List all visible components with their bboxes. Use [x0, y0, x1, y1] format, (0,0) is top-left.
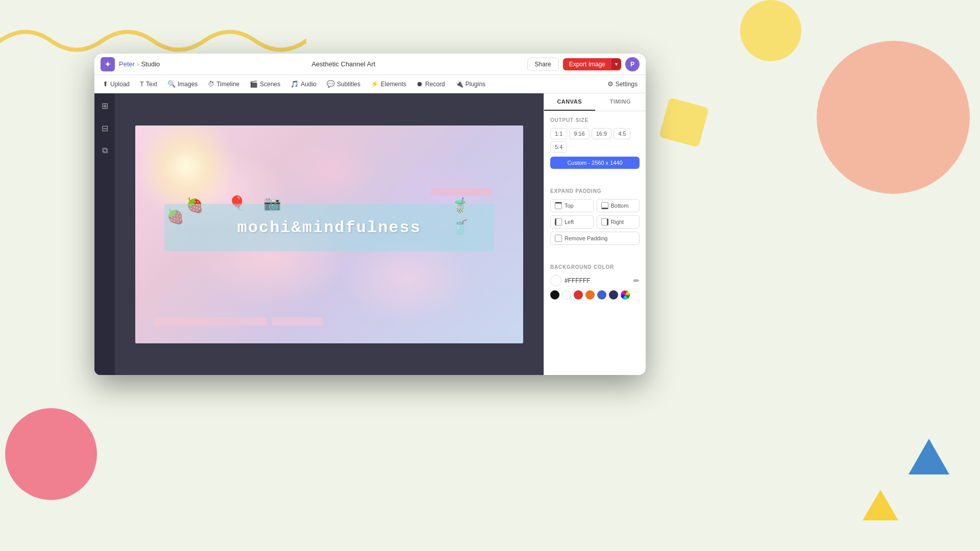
padding-bottom-icon — [601, 202, 608, 209]
remove-padding-button[interactable]: Remove Padding — [550, 232, 640, 245]
color-preset-white[interactable] — [562, 290, 571, 299]
content-area: ⊞ ⊟ ⧉ 🍓 🍓 🎈 📷 🧋 🥤 mochi&mindfulness — [94, 93, 646, 375]
breadcrumb-separator: › — [137, 60, 139, 68]
plugins-icon: 🔌 — [455, 80, 463, 88]
toolbar-subtitles-label: Subtitles — [337, 81, 360, 88]
toolbar-scenes[interactable]: 🎬 Scenes — [246, 78, 284, 90]
upload-icon: ⬆ — [103, 80, 108, 88]
export-image-button[interactable]: Export Image — [563, 58, 611, 70]
toolbar-audio[interactable]: 🎵 Audio — [286, 78, 321, 90]
toolbar-upload-label: Upload — [110, 81, 130, 88]
size-btn-5-4[interactable]: 5:4 — [550, 141, 567, 153]
canvas-bottom-bars — [155, 317, 323, 325]
canvas-bar-1 — [155, 317, 267, 325]
toolbar-upload[interactable]: ⬆ Upload — [99, 78, 134, 90]
size-btn-9-16[interactable]: 9:16 — [569, 128, 589, 139]
app-logo: ✦ — [101, 57, 115, 71]
color-swatch[interactable] — [550, 275, 561, 286]
toolbar-images[interactable]: 🔍 Images — [163, 78, 202, 90]
toolbar: ⬆ Upload T Text 🔍 Images ⏱ Timeline 🎬 Sc… — [94, 75, 646, 93]
canvas-area[interactable]: 🍓 🍓 🎈 📷 🧋 🥤 mochi&mindfulness — [115, 93, 544, 375]
color-presets — [550, 290, 640, 299]
padding-left-button[interactable]: Left — [550, 215, 594, 229]
canvas-title-text: mochi&mindfulness — [237, 218, 421, 237]
triangle-blue-decoration — [909, 439, 949, 474]
toolbar-record[interactable]: ⏺ Record — [412, 78, 449, 90]
circle-peach-decoration — [817, 41, 970, 194]
toolbar-subtitles[interactable]: 💬 Subtitles — [323, 78, 364, 90]
custom-size-button[interactable]: Custom - 2560 x 1440 — [550, 157, 640, 169]
timeline-icon: ⏱ — [208, 80, 214, 88]
padding-top-label: Top — [565, 203, 574, 209]
share-button[interactable]: Share — [527, 58, 559, 71]
toolbar-record-label: Record — [425, 81, 445, 88]
breadcrumb-location: Studio — [141, 60, 160, 68]
eyedropper-icon[interactable]: ✏ — [633, 277, 640, 285]
remove-padding-icon — [555, 235, 562, 242]
record-icon: ⏺ — [416, 80, 423, 88]
padding-top-icon — [555, 202, 562, 209]
toolbar-timeline[interactable]: ⏱ Timeline — [204, 78, 243, 90]
color-preset-black[interactable] — [550, 290, 559, 299]
expand-padding-title: EXPAND PADDING — [550, 188, 640, 194]
panel-background-color-section: BACKGROUND COLOR #FFFFFF ✏ — [544, 258, 646, 306]
padding-bottom-button[interactable]: Bottom — [597, 199, 640, 212]
toolbar-audio-label: Audio — [301, 81, 316, 88]
panel-output-size-section: OUTPUT SIZE 1:1 9:16 16:9 4:5 5:4 Custom… — [544, 111, 646, 182]
toolbar-elements[interactable]: ⚡ Elements — [366, 78, 410, 90]
tab-timing[interactable]: TIMING — [595, 93, 646, 111]
panel-tabs: CANVAS TIMING — [544, 93, 646, 111]
size-btn-16-9[interactable]: 16:9 — [592, 128, 611, 139]
background-color-title: BACKGROUND COLOR — [550, 264, 640, 270]
avatar[interactable]: P — [625, 57, 640, 71]
toolbar-settings[interactable]: ⚙ Settings — [603, 78, 642, 90]
breadcrumb-user[interactable]: Peter — [119, 60, 135, 68]
toolbar-text[interactable]: T Text — [136, 78, 161, 90]
toolbar-scenes-label: Scenes — [260, 81, 280, 88]
color-hex-value: #FFFFFF — [565, 277, 630, 284]
size-buttons-group: 1:1 9:16 16:9 4:5 5:4 — [550, 128, 640, 153]
settings-icon: ⚙ — [607, 80, 614, 88]
padding-right-button[interactable]: Right — [597, 215, 640, 229]
elements-icon: ⚡ — [371, 80, 379, 88]
color-preset-red[interactable] — [574, 290, 583, 299]
document-title: Aesthetic Channel Art — [160, 60, 527, 68]
color-preset-rainbow[interactable] — [621, 290, 630, 299]
toolbar-plugins[interactable]: 🔌 Plugins — [451, 78, 489, 90]
sidebar-layers-icon[interactable]: ⊞ — [97, 98, 112, 113]
scenes-icon: 🎬 — [250, 80, 258, 88]
app-window: ✦ Peter › Studio Aesthetic Channel Art S… — [94, 54, 646, 375]
size-btn-1-1[interactable]: 1:1 — [550, 128, 567, 139]
padding-left-icon — [555, 218, 562, 226]
sidebar-stack-icon[interactable]: ⊟ — [97, 121, 112, 135]
toolbar-timeline-label: Timeline — [216, 81, 239, 88]
sidebar-copy-icon[interactable]: ⧉ — [97, 143, 112, 158]
toolbar-settings-label: Settings — [616, 81, 638, 88]
canvas-bar-2 — [272, 317, 323, 325]
canvas-banner: mochi&mindfulness — [164, 204, 494, 252]
color-preset-orange[interactable] — [585, 290, 595, 299]
canvas-pink-bar — [431, 188, 492, 195]
canvas-preview: 🍓 🍓 🎈 📷 🧋 🥤 mochi&mindfulness — [135, 126, 523, 343]
subtitles-icon: 💬 — [327, 80, 335, 88]
padding-top-button[interactable]: Top — [550, 199, 594, 212]
color-preset-dark[interactable] — [609, 290, 618, 299]
panel-expand-padding-section: EXPAND PADDING Top Bottom Left — [544, 182, 646, 251]
tab-canvas[interactable]: CANVAS — [544, 93, 595, 111]
triangle-yellow-decoration — [863, 490, 898, 520]
toolbar-images-label: Images — [178, 81, 198, 88]
size-btn-4-5[interactable]: 4:5 — [614, 128, 630, 139]
right-panel: CANVAS TIMING OUTPUT SIZE 1:1 9:16 16:9 … — [544, 93, 646, 375]
padding-bottom-label: Bottom — [611, 203, 629, 209]
left-sidebar: ⊞ ⊟ ⧉ — [94, 93, 115, 375]
color-preset-blue[interactable] — [597, 290, 606, 299]
padding-grid: Top Bottom Left Right — [550, 199, 640, 229]
padding-right-icon — [601, 218, 608, 226]
output-size-title: OUTPUT SIZE — [550, 117, 640, 123]
toolbar-text-label: Text — [146, 81, 157, 88]
rect-yellow-decoration — [659, 97, 709, 147]
text-icon: T — [140, 80, 144, 88]
header: ✦ Peter › Studio Aesthetic Channel Art S… — [94, 54, 646, 75]
export-dropdown-button[interactable]: ▾ — [611, 59, 621, 69]
remove-padding-label: Remove Padding — [565, 235, 607, 241]
